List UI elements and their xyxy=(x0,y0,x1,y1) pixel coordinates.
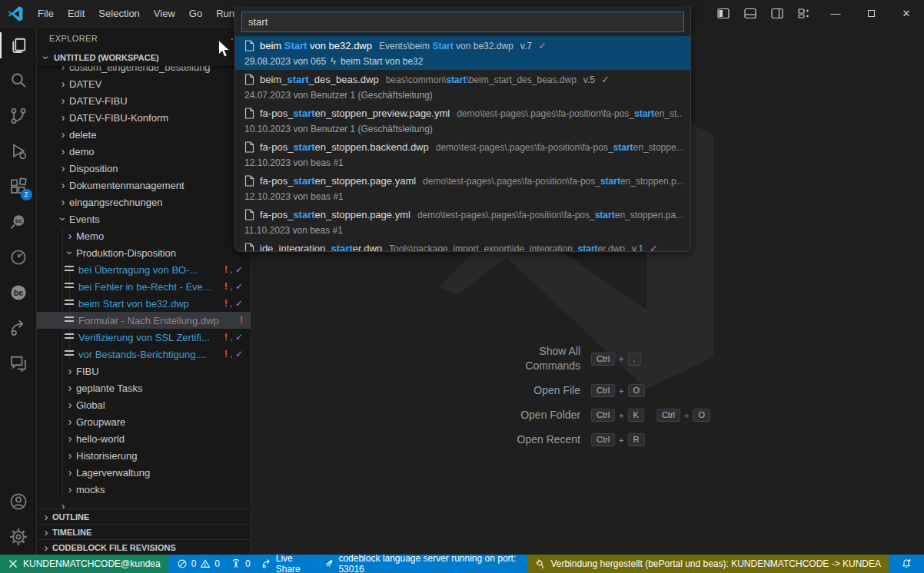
sidebar-section-codeblock-file-revisions[interactable]: › CODEBLOCK FILE REVISIONS xyxy=(37,539,251,555)
key-chord: Ctrl+. xyxy=(591,353,641,366)
be-search-icon[interactable]: be xyxy=(0,204,37,240)
quick-open-result[interactable]: fa-pos_starten_stoppen.page.yml demo\tes… xyxy=(235,205,690,239)
ports-status[interactable]: 0 xyxy=(225,555,256,573)
keycap: O xyxy=(628,384,646,397)
svg-text:be: be xyxy=(15,217,22,224)
tree-item[interactable]: › Global xyxy=(37,396,251,413)
tree-item[interactable]: › Disposition xyxy=(37,160,251,177)
tree-item[interactable]: Verifizierung von SSL Zertifi... ! , ✓ xyxy=(37,329,251,346)
tree-item[interactable]: › Groupware xyxy=(37,413,251,430)
problems-status[interactable]: 0 0 xyxy=(171,555,225,573)
quick-open-input[interactable] xyxy=(241,12,684,32)
result-detail: 10.10.2023 von Benutzer 1 (Geschäftsleit… xyxy=(244,121,683,136)
menu-selection[interactable]: Selection xyxy=(91,8,146,19)
vscode-logo-icon xyxy=(8,6,23,22)
source-control-icon[interactable] xyxy=(0,98,37,134)
account-icon[interactable] xyxy=(0,484,37,519)
sidebar-section-label: TIMELINE xyxy=(52,528,91,537)
keycap: R xyxy=(628,433,645,446)
menu-view[interactable]: View xyxy=(147,8,182,19)
quick-open-result[interactable]: fa-pos_starten_stoppen.backend.dwp demo\… xyxy=(235,137,690,171)
be-logo-icon[interactable]: be xyxy=(0,275,37,310)
comments-icon[interactable] xyxy=(0,346,37,381)
tree-item[interactable]: › Historisierung xyxy=(37,447,251,464)
tree-item[interactable]: › custom_eingehende_bestellung xyxy=(37,66,251,75)
customize-layout-icon[interactable] xyxy=(798,8,811,19)
tree-item[interactable]: › Dokumentenmanagement xyxy=(37,177,251,194)
toggle-panel-icon[interactable] xyxy=(744,8,757,19)
quick-open-result[interactable]: fa-pos_starten_stoppen_preview.page.yml … xyxy=(235,104,690,137)
sidebar-section-outline[interactable]: › OUTLINE xyxy=(37,508,251,524)
menu-edit[interactable]: Edit xyxy=(61,8,91,19)
quick-open-result[interactable]: beim Start von be32.dwp Events\beim Star… xyxy=(235,36,690,70)
history-icon[interactable] xyxy=(0,240,37,275)
tree-item[interactable]: › demo xyxy=(37,143,251,160)
explorer-icon[interactable] xyxy=(0,28,37,63)
extensions-badge: 2 xyxy=(21,189,32,200)
tree-item-label: Verifizierung von SSL Zertifi... xyxy=(78,332,210,343)
chevron-icon: › xyxy=(57,498,69,508)
tree-item[interactable]: › DATEV-FIBU xyxy=(37,92,251,109)
file-list-icon xyxy=(65,300,74,307)
tree-item[interactable]: › xyxy=(37,498,251,508)
tree-item[interactable]: › mocks xyxy=(37,481,251,498)
quick-open-result[interactable]: beim_start_des_beas.dwp beas\common\star… xyxy=(235,70,690,104)
tree-item[interactable]: › Produktion-Disposition xyxy=(37,244,251,261)
extensions-icon[interactable]: 2 xyxy=(0,169,37,204)
settings-gear-icon[interactable] xyxy=(0,519,37,555)
lightning-icon: ϟ xyxy=(331,55,336,67)
remote-indicator[interactable]: KUNDENMATCHCODE@kundea xyxy=(0,555,168,573)
problem-decorations: ! , ✓ xyxy=(224,264,251,275)
result-detail: 11.10.2023 von beas #1 xyxy=(244,223,683,237)
tree-item-label: Global xyxy=(76,399,105,411)
tree-item[interactable]: vor Bestands-Berichtigung.... ! , ✓ xyxy=(37,346,251,363)
sidebar-section-timeline[interactable]: › TIMELINE xyxy=(37,524,251,539)
close-button[interactable]: ✕ xyxy=(889,0,924,28)
run-debug-icon[interactable] xyxy=(0,134,37,169)
tree-item[interactable]: bei Übertragung von BO-... ! , ✓ xyxy=(37,261,251,278)
chevron-icon: › xyxy=(64,227,76,244)
live-share-small-icon xyxy=(261,558,272,569)
tree-item[interactable]: Formular - Nach Erstellung.dwp ! xyxy=(37,312,251,329)
menu-file[interactable]: File xyxy=(31,8,61,19)
chevron-icon: › xyxy=(57,75,69,92)
notifications-bell[interactable] xyxy=(889,555,924,573)
live-share-icon[interactable] xyxy=(0,310,37,346)
result-line1: fa-pos_starten_stoppen.backend.dwp demo\… xyxy=(244,139,683,155)
result-detail: 12.10.2023 von beas #1 xyxy=(244,189,683,204)
tree-item[interactable]: › DATEV xyxy=(37,75,251,92)
quick-open-result[interactable]: fa-pos_starten_stoppen.page.yaml demo\te… xyxy=(235,171,690,205)
tree-item[interactable]: › hello-world xyxy=(37,430,251,447)
minimize-button[interactable]: — xyxy=(818,0,853,28)
error-icon xyxy=(177,558,188,569)
toggle-sidebar-icon[interactable] xyxy=(717,8,730,19)
tree-item[interactable]: › FIBU xyxy=(37,363,251,379)
tree-item-label: Formular - Nach Erstellung.dwp xyxy=(78,315,219,326)
tree-item[interactable]: › Lagerverwaltung xyxy=(37,464,251,481)
tree-item[interactable]: › delete xyxy=(37,126,251,143)
tree-item[interactable]: beim Start von be32.dwp ! , ✓ xyxy=(37,295,251,312)
tree-item[interactable]: bei Fehler in be-Recht - Eve... ! , ✓ xyxy=(37,278,251,295)
connection-status[interactable]: Verbindung hergestellt (bePortal und bea… xyxy=(527,555,889,573)
tree-item[interactable]: › geplante Tasks xyxy=(37,379,251,396)
warning-count: 0 xyxy=(214,558,220,569)
language-server-status[interactable]: codeblock language server running on por… xyxy=(318,555,524,573)
quick-open-result[interactable]: ide_integration_starter.dwp Tools\packag… xyxy=(235,239,690,252)
chevron-icon: › xyxy=(57,109,69,126)
live-share-status[interactable]: Live Share xyxy=(256,555,319,573)
problem-decorations: ! , ✓ xyxy=(224,349,251,359)
result-line1: beim_start_des_beas.dwp beas\common\star… xyxy=(244,71,683,88)
maximize-button[interactable] xyxy=(853,0,889,28)
result-line1: ide_integration_starter.dwp Tools\packag… xyxy=(244,240,683,252)
search-icon[interactable] xyxy=(0,63,37,98)
toggle-secondary-sidebar-icon[interactable] xyxy=(771,8,784,19)
menu-go[interactable]: Go xyxy=(182,8,209,19)
tree-item[interactable]: › DATEV-FIBU-Konform xyxy=(37,109,251,126)
tree-item[interactable]: › Memo xyxy=(37,227,251,244)
tree-item-label: Disposition xyxy=(69,163,118,174)
tree-item[interactable]: › eingangsrechnungen xyxy=(37,194,251,210)
tree-item-label: Historisierung xyxy=(76,450,137,462)
error-count: 0 xyxy=(191,558,197,569)
connection-message: Verbindung hergestellt (bePortal und bea… xyxy=(550,558,881,569)
tree-item[interactable]: › Events xyxy=(37,210,251,227)
